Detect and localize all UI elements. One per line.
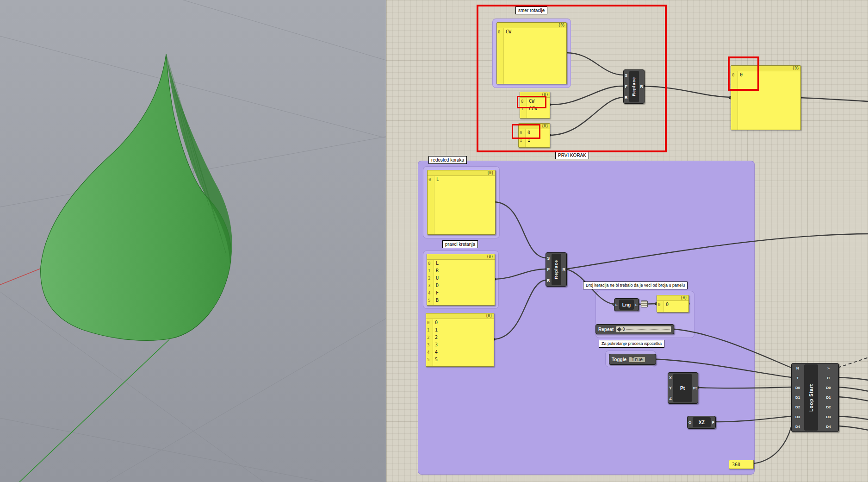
panel-path-tag: {0} (487, 171, 495, 175)
panel-content[interactable]: 0 (664, 301, 688, 312)
wire (493, 280, 546, 339)
slider-dots (626, 329, 670, 330)
tag-za-pokretanje: Za pokretanje procesa ispocetka (599, 340, 664, 348)
input-params[interactable]: L (614, 299, 619, 311)
panel-row: 2 (433, 334, 494, 341)
panel-index-gutter: 0 1 2 3 4 5 (427, 260, 434, 305)
toggle-label: Toggle (612, 357, 626, 362)
panel-angle[interactable]: 360 (729, 460, 754, 469)
wire (838, 387, 868, 391)
panel-path-tag: {0} (487, 255, 495, 259)
wire (838, 397, 868, 401)
panel-row: U (434, 275, 495, 282)
panel-row: 3 (433, 341, 494, 349)
panel-header: {0} (657, 295, 688, 301)
component-capsule[interactable]: Loop Start (804, 364, 818, 431)
panel-row: B (434, 297, 495, 304)
panel-row: 360 (732, 462, 740, 467)
panel-row: 0 (664, 301, 688, 308)
input-params[interactable]: X Y Z (668, 373, 673, 403)
replace-component-steps[interactable]: S F R Replace R (546, 252, 567, 287)
annotation-rect-zero-row (512, 124, 540, 139)
panel-row: L (434, 260, 495, 267)
slider-track[interactable]: 0 (616, 326, 671, 332)
panel-row: 0 (433, 319, 494, 326)
panel-row: R (434, 267, 495, 275)
slider-value: 0 (622, 327, 625, 332)
wire (715, 416, 791, 422)
panel-row: 5 (433, 356, 494, 363)
tag-redosled-koraka: redosled koraka (428, 156, 467, 164)
wire (800, 98, 868, 101)
wire (838, 426, 868, 430)
list-data-icon[interactable] (641, 300, 648, 307)
slider-label: Repeat (598, 327, 614, 332)
app-window: {0} 0 CW {0} 0 1 CW CCW (0, 0, 868, 482)
tag-pravci-kretanja: pravci kretanja (442, 240, 478, 248)
input-params[interactable]: N T D0 D1 D2 D3 D4 (792, 363, 804, 432)
wire (495, 202, 546, 258)
output-params[interactable]: Pt (692, 373, 698, 403)
slider-grip-icon[interactable] (617, 327, 622, 332)
boolean-toggle[interactable]: Toggle True (609, 354, 656, 365)
grasshopper-canvas[interactable]: {0} 0 CW {0} 0 1 CW CCW (386, 0, 868, 482)
component-capsule[interactable]: XZ (693, 417, 710, 427)
panel-content[interactable]: 0 1 2 3 4 5 (433, 319, 494, 366)
wire (838, 416, 868, 419)
panel-content[interactable]: L (434, 176, 495, 234)
tag-broj-iteracija: Broj iteracija ne bi trebalo da je veci … (583, 282, 688, 289)
wire (494, 269, 546, 279)
length-component[interactable]: L Lng L (614, 298, 639, 311)
panel-index-gutter: 0 (657, 301, 664, 312)
component-capsule[interactable]: Replace (552, 254, 561, 285)
wire (838, 377, 868, 380)
panel-row: 1 (433, 326, 494, 334)
toggle-value[interactable]: True (629, 357, 645, 363)
panel-header: {0} (428, 170, 495, 176)
panel-path-tag: {0} (486, 314, 494, 319)
panel-row: 4 (433, 349, 494, 356)
loop-start-component[interactable]: N T D0 D1 D2 D3 D4 Loop Start > C D0 D1 … (791, 363, 839, 432)
panel-iteration-count[interactable]: {0} 0 0 (657, 295, 689, 313)
panel-header: {0} (427, 254, 495, 260)
panel-path-tag: {0} (681, 296, 688, 300)
annotation-rect-rotation-group (477, 5, 667, 152)
annotation-rect-result (728, 56, 759, 91)
rhino-viewport[interactable] (0, 0, 386, 482)
panel-header: {0} (426, 313, 494, 319)
wire (566, 234, 868, 269)
output-params[interactable]: > C D0 D1 D2 D3 D4 (818, 363, 838, 432)
component-capsule[interactable]: Lng (619, 300, 634, 310)
panel-path-tag: {0} (793, 66, 800, 71)
panel-row: L (434, 176, 495, 183)
input-params[interactable]: O (688, 416, 692, 428)
wire (697, 387, 791, 388)
tag-prvi-korak: PRVI KORAK (555, 151, 589, 159)
component-capsule[interactable]: Pt (673, 374, 692, 402)
panel-directions[interactable]: {0} 0 1 2 3 4 5 L R U D F B (427, 254, 495, 306)
wire (750, 427, 791, 464)
annotation-rect-cw-row (517, 96, 546, 108)
input-params[interactable]: S F R (546, 253, 551, 286)
output-params[interactable]: L (634, 299, 639, 311)
panel-index-gutter: 0 (428, 176, 434, 234)
panel-row: D (434, 282, 495, 289)
output-params[interactable]: R (562, 253, 567, 286)
panel-index-gutter: 0 1 2 3 4 5 (426, 319, 433, 366)
panel-content[interactable]: L R U D F B (434, 260, 495, 305)
repeat-slider[interactable]: Repeat 0 (595, 324, 674, 334)
output-params[interactable]: P (711, 416, 715, 428)
panel-row: F (434, 289, 495, 297)
panel-direction-indices[interactable]: {0} 0 1 2 3 4 5 0 1 2 3 4 5 (426, 313, 494, 367)
construct-point-component[interactable]: X Y Z Pt Pt (668, 372, 698, 404)
panel-step-order[interactable]: {0} 0 L (427, 170, 496, 235)
xz-plane-component[interactable]: O XZ P (687, 416, 716, 429)
wire-dashed (838, 357, 868, 368)
